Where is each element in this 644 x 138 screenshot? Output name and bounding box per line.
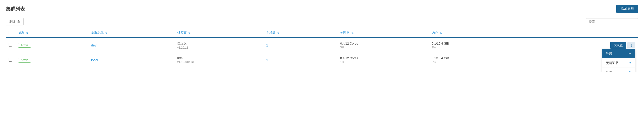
sort-icon-processor: ⇅ [352,31,354,35]
provider-name: K3s [177,56,260,60]
memory-value: 0.1/15.4 GiB [432,42,516,45]
row-checkbox-cell [6,38,15,53]
sort-icon-provider: ⇅ [188,31,190,35]
delete-button[interactable]: 删除 🗑 [6,18,24,25]
provider-version: v1.19.8+k3s1 [177,60,260,64]
dropdown-menu: 升级 ✏ 更新证书 ⊙ 备份 ⊙ [602,49,636,72]
row-provider: K3s v1.19.8+k3s1 [174,53,264,67]
memory-pct: 1% [432,46,516,49]
row-provider: 自定义 v1.20.11 [174,38,264,53]
page-title: 集群列表 [6,6,25,12]
table-header-row: 状态 ⇅ 集群名称 ⇅ 供应商 ⇅ 主机数 ⇅ 处理器 ⇅ [6,28,638,38]
sort-icon-name: ⇅ [105,31,108,35]
cert-icon: ⊙ [628,61,631,65]
upgrade-icon: ✏ [629,52,631,56]
row-hosts: 1 [264,53,337,67]
processor-value: 0.1/12 Cores [340,56,426,60]
cluster-table: 状态 ⇅ 集群名称 ⇅ 供应商 ⇅ 主机数 ⇅ 处理器 ⇅ [6,28,638,67]
header-hosts: 主机数 ⇅ [264,28,337,38]
row-actions: 仪表盘 ⋮ 升级 ✏ 更新证书 ⊙ 备份 ⊙ [521,42,636,49]
memory-value: 0.1/15.4 GiB [432,56,516,60]
row-status: Active [15,53,88,67]
header-checkbox-cell [6,28,15,38]
header-provider: 供应商 ⇅ [174,28,264,38]
header-actions [518,28,638,38]
dropdown-cert[interactable]: 更新证书 ⊙ [602,58,635,68]
dropdown-upgrade[interactable]: 升级 ✏ [602,49,635,58]
row-checkbox[interactable] [8,58,12,62]
memory-pct: 0% [432,60,516,64]
header-status: 状态 ⇅ [15,28,88,38]
dashboard-button[interactable]: 仪表盘 [610,42,626,49]
header-memory: 内存 ⇅ [429,28,518,38]
table-row: Active local K3s v1.19.8+k3s1 1 0.1/12 C… [6,53,638,67]
toolbar: 删除 🗑 [6,18,638,25]
select-all-checkbox[interactable] [8,31,12,34]
header-name: 集群名称 ⇅ [88,28,174,38]
cert-label: 更新证书 [606,61,618,65]
table-row: Active dev 自定义 v1.20.11 1 0.4/12 Cores 3… [6,38,638,53]
row-name: local [88,53,174,67]
sort-icon-status: ⇅ [26,31,28,35]
processor-pct: 3% [340,46,426,49]
sort-icon-hosts: ⇅ [277,31,280,35]
provider-name: 自定义 [177,41,260,46]
sort-icon-memory: ⇅ [440,31,442,35]
row-processor: 0.1/12 Cores 1% [337,53,429,67]
cluster-name-link[interactable]: local [91,58,98,62]
row-checkbox[interactable] [8,43,12,47]
more-button[interactable]: ⋮ [627,42,636,48]
status-badge: Active [18,43,31,48]
dropdown-backup[interactable]: 备份 ⊙ [602,68,635,72]
row-actions-cell: 仪表盘 ⋮ 升级 ✏ 更新证书 ⊙ 备份 ⊙ [518,38,638,53]
row-memory: 0.1/15.4 GiB 0% [429,53,518,67]
search-input[interactable] [586,18,638,25]
row-hosts: 1 [264,38,337,53]
delete-label: 删除 [9,19,16,24]
cluster-name-link[interactable]: dev [91,43,97,47]
row-name: dev [88,38,174,53]
status-badge: Active [18,58,31,63]
processor-value: 0.4/12 Cores [340,42,426,45]
backup-icon: ⊙ [628,70,631,72]
row-status: Active [15,38,88,53]
upgrade-label: 升级 [606,52,612,56]
add-cluster-button[interactable]: 添加集群 [616,5,638,13]
trash-icon: 🗑 [17,20,20,24]
provider-version: v1.20.11 [177,46,260,49]
row-memory: 0.1/15.4 GiB 1% [429,38,518,53]
processor-pct: 1% [340,60,426,64]
host-count[interactable]: 1 [266,43,268,47]
header-processor: 处理器 ⇅ [337,28,429,38]
backup-label: 备份 [606,70,612,72]
page-header: 集群列表 添加集群 [6,5,638,13]
host-count[interactable]: 1 [266,58,268,62]
page-container: 集群列表 添加集群 删除 🗑 状态 ⇅ 集群名称 ⇅ [0,0,644,72]
row-checkbox-cell [6,53,15,67]
row-processor: 0.4/12 Cores 3% [337,38,429,53]
